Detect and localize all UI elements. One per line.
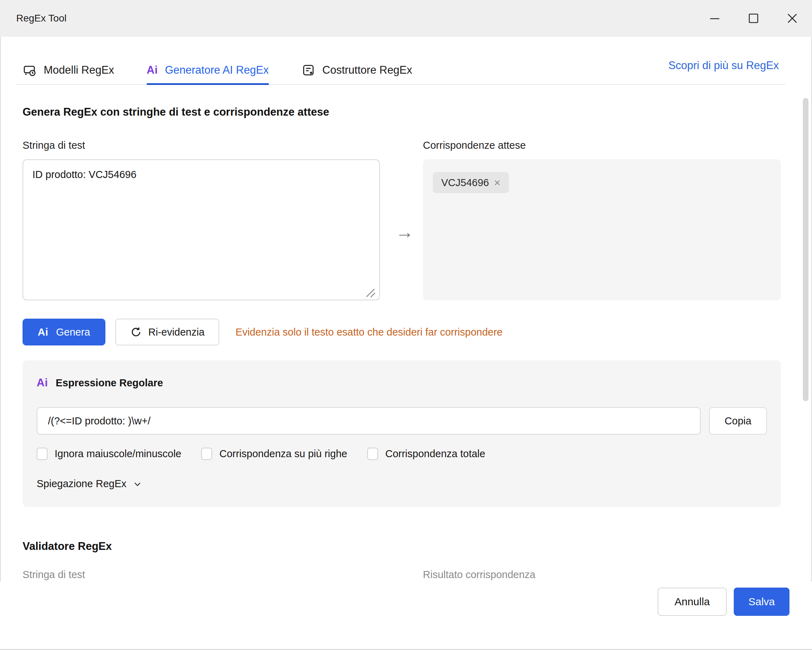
regex-value-input[interactable]	[37, 407, 701, 435]
regex-tool-window: RegEx Tool	[0, 0, 812, 650]
vertical-scrollbar-thumb[interactable]	[803, 98, 809, 401]
result-header: Ai Espressione Regolare	[37, 377, 163, 389]
arrow-right-icon: →	[386, 221, 423, 243]
tab-generatore-ai-regex[interactable]: Ai Generatore AI RegEx	[147, 56, 269, 85]
full-match-checkbox[interactable]	[367, 448, 378, 460]
window-title: RegEx Tool	[16, 13, 67, 24]
tab-label: Modelli RegEx	[44, 64, 114, 76]
tab-bar: Modelli RegEx Ai Generatore AI RegEx Cos…	[23, 56, 412, 85]
option-label: Corrispondenza su più righe	[219, 448, 347, 460]
regex-result-panel: Ai Espressione Regolare Copia Ignora mai…	[23, 360, 781, 507]
rehighlight-button[interactable]: Ri-evidenzia	[115, 319, 220, 345]
match-chip-text: VCJ54696	[441, 177, 489, 189]
refresh-icon	[130, 326, 142, 338]
close-button[interactable]	[785, 11, 800, 26]
save-button[interactable]: Salva	[734, 587, 789, 616]
close-icon	[786, 12, 798, 24]
rehighlight-button-label: Ri-evidenzia	[148, 327, 205, 338]
match-chip: VCJ54696 ×	[433, 172, 509, 193]
multiline-checkbox[interactable]	[201, 448, 212, 460]
regex-explanation-toggle[interactable]: Spiegazione RegEx	[37, 478, 143, 490]
regex-options-row: Ignora maiuscole/minuscole Corrispondenz…	[37, 448, 485, 460]
maximize-icon	[748, 12, 760, 24]
window-controls	[707, 0, 800, 37]
remove-chip-icon[interactable]: ×	[494, 177, 501, 188]
template-clock-icon	[23, 63, 37, 77]
footer: Annulla Salva	[0, 581, 812, 650]
validator-test-string-label: Stringa di test	[23, 569, 85, 581]
highlight-hint: Evidenzia solo il testo esatto che desid…	[235, 327, 502, 338]
copy-button[interactable]: Copia	[709, 407, 767, 435]
generate-button[interactable]: Ai Genera	[23, 319, 105, 345]
validator-match-result-label: Risultato corrispondenza	[423, 569, 535, 581]
validator-heading: Validatore RegEx	[23, 540, 112, 553]
expected-matches-panel: VCJ54696 ×	[423, 159, 781, 300]
maximize-button[interactable]	[746, 11, 761, 26]
generator-heading: Genera RegEx con stringhe di test e corr…	[23, 106, 329, 118]
titlebar: RegEx Tool	[0, 0, 812, 37]
tab-costruttore-regex[interactable]: Costruttore RegEx	[301, 56, 412, 85]
learn-more-link[interactable]: Scopri di più su RegEx	[668, 59, 779, 72]
generate-button-label: Genera	[56, 327, 90, 338]
action-row: Ai Genera Ri-evidenzia Evidenzia solo il…	[23, 319, 781, 345]
ai-icon: Ai	[147, 64, 158, 76]
minimize-icon	[709, 12, 721, 24]
validator-labels-clipped: Stringa di test Risultato corrispondenza	[0, 567, 812, 581]
ignore-case-checkbox[interactable]	[37, 448, 47, 460]
test-string-label: Stringa di test	[23, 140, 85, 151]
tab-label: Costruttore RegEx	[322, 64, 412, 76]
tab-label: Generatore AI RegEx	[165, 64, 269, 76]
result-header-title: Espressione Regolare	[56, 377, 163, 389]
option-label: Ignora maiuscole/minuscole	[55, 448, 181, 460]
expected-matches-label: Corrispondenze attese	[423, 140, 526, 151]
option-full-match: Corrispondenza totale	[367, 448, 485, 460]
option-label: Corrispondenza totale	[385, 448, 485, 460]
explanation-toggle-label: Spiegazione RegEx	[37, 478, 127, 490]
test-string-textarea[interactable]: ID prodotto: VCJ54696	[23, 159, 380, 300]
ai-icon: Ai	[37, 377, 48, 389]
chevron-down-icon	[132, 479, 143, 489]
builder-icon	[301, 63, 316, 77]
cancel-button[interactable]: Annulla	[658, 587, 727, 616]
option-ignore-case: Ignora maiuscole/minuscole	[37, 448, 181, 460]
tab-modelli-regex[interactable]: Modelli RegEx	[23, 56, 114, 85]
ai-icon: Ai	[38, 327, 48, 338]
option-multiline: Corrispondenza su più righe	[201, 448, 347, 460]
minimize-button[interactable]	[707, 11, 722, 26]
